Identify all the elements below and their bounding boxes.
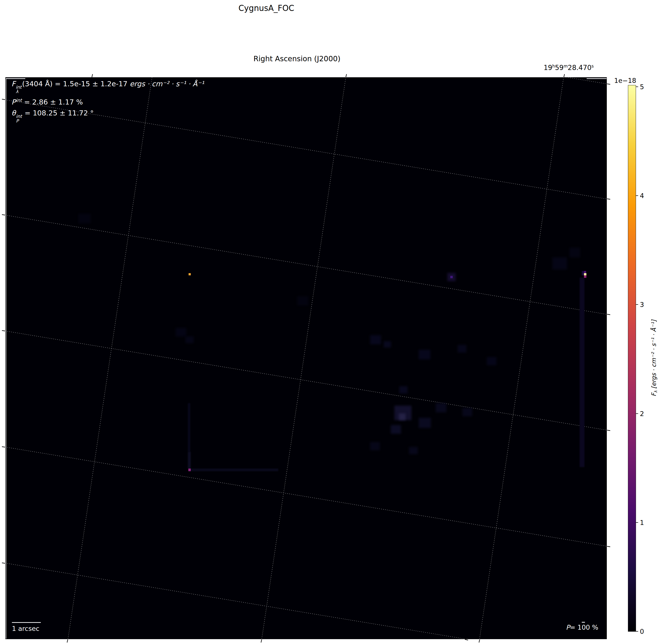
faint-emission-blob: [462, 408, 472, 416]
bright-pixel: [584, 275, 586, 278]
bright-pixel: [188, 273, 191, 275]
faint-streak: [188, 403, 190, 452]
flux-annotation: Fintλ(3404 Å) = 1.5e-15 ± 1.2e-17 ergs ·…: [12, 80, 204, 127]
colorbar-tick-label: 1: [640, 519, 644, 526]
faint-emission-blob: [399, 386, 408, 393]
pol-sup: int: [16, 98, 22, 103]
sky-image: Fintλ(3404 Å) = 1.5e-15 ± 1.2e-17 ergs ·…: [6, 77, 607, 639]
bright-pixel: [582, 273, 584, 275]
faint-emission-blob: [487, 357, 497, 365]
faint-streak: [188, 452, 191, 469]
polarization-vector: [6, 78, 6, 639]
ra-gridline: [68, 77, 152, 639]
angle-line: θintP = 108.25 ± 11.72 °: [12, 110, 204, 123]
figure-canvas: CygnusA_FOC Right Ascension (J2000) 19h5…: [0, 0, 661, 644]
faint-emission-blob: [399, 413, 406, 420]
cb-unit-rest: [ergs · cm⁻² · s⁻¹ · Å⁻¹]: [650, 320, 657, 391]
theta-symbol: θ: [12, 109, 16, 117]
faint-emission-blob: [552, 257, 567, 270]
colorbar-tick-label: 5: [640, 83, 644, 91]
faint-emission-blob: [176, 328, 186, 337]
colorbar-tick: [636, 413, 638, 414]
bright-pixel: [584, 271, 586, 273]
polarization-reference-label: P= 100 %: [566, 624, 598, 631]
theta-sup: int: [16, 114, 22, 119]
faint-emission-blob: [409, 447, 418, 454]
polref-value: = 100 %: [570, 624, 598, 631]
bright-pixel: [450, 276, 453, 278]
scalebar-label: 1 arcsec: [12, 625, 39, 632]
faint-emission-blob: [370, 335, 381, 344]
faint-emission-blob: [419, 350, 430, 360]
ra-gridline: [262, 77, 346, 639]
faint-emission-blob: [569, 248, 580, 257]
bright-pixel: [582, 271, 584, 273]
faint-emission-blob: [419, 418, 431, 428]
faint-emission-blob: [78, 214, 91, 223]
cb-unit-sub: λ: [654, 391, 658, 393]
dec-gridline: [6, 563, 465, 639]
colorbar-tick: [636, 87, 638, 87]
faint-emission-blob: [185, 336, 194, 343]
flux-value: (3404 Å) = 1.5e-15 ± 1.2e-17: [22, 80, 130, 88]
polarization-vector: [12, 622, 41, 623]
faint-emission-blob: [370, 442, 380, 450]
faint-emission-blob: [384, 341, 391, 347]
theta-value: = 108.25 ± 11.72 °: [22, 109, 94, 117]
dec-gridline: [6, 331, 607, 430]
faint-streak: [579, 278, 585, 467]
theta-sub: P: [16, 119, 22, 123]
colorbar-tick-label: 3: [640, 301, 644, 308]
colorbar-scale-factor: 1e−18: [597, 77, 636, 84]
bright-pixel: [584, 273, 586, 275]
faint-emission-blob: [391, 425, 401, 434]
flux-unit: ergs · cm⁻² · s⁻¹ · Å⁻¹: [130, 80, 204, 88]
flux-line: Fintλ(3404 Å) = 1.5e-15 ± 1.2e-17 ergs ·…: [12, 80, 204, 94]
colorbar-tick: [636, 196, 638, 196]
colorbar-tick-label: 4: [640, 192, 644, 200]
colorbar-tick-label: 0: [640, 628, 644, 635]
polref-symbol: P: [566, 624, 570, 631]
pol-symbol: P: [12, 98, 16, 106]
faint-emission-blob: [458, 345, 466, 353]
flux-symbol: F: [12, 80, 16, 88]
colorbar-tick: [636, 522, 638, 523]
colorbar-tick: [636, 631, 638, 631]
faint-emission-blob: [297, 296, 309, 305]
sky-image-axes: Fintλ(3404 Å) = 1.5e-15 ± 1.2e-17 ergs ·…: [5, 77, 607, 639]
wcs-grid: [6, 77, 607, 639]
dec-gridline: [6, 447, 607, 546]
bright-pixel: [188, 468, 191, 471]
polarization-vector: [6, 78, 25, 79]
colorbar-tick: [636, 304, 638, 305]
polarization-line: Pint = 2.86 ± 1.17 %: [12, 98, 204, 106]
flux-sub: λ: [16, 89, 22, 94]
polarization-vector: [582, 622, 585, 623]
colorbar: [628, 85, 636, 631]
cb-unit-symbol: F: [650, 393, 657, 396]
faint-streak: [191, 468, 278, 471]
faint-emission-blob: [436, 403, 447, 412]
colorbar-unit-label: Fλ [ergs · cm⁻² · s⁻¹ · Å⁻¹]: [650, 320, 658, 396]
colorbar-tick-label: 2: [640, 410, 644, 417]
pol-value: = 2.86 ± 1.17 %: [22, 98, 83, 106]
